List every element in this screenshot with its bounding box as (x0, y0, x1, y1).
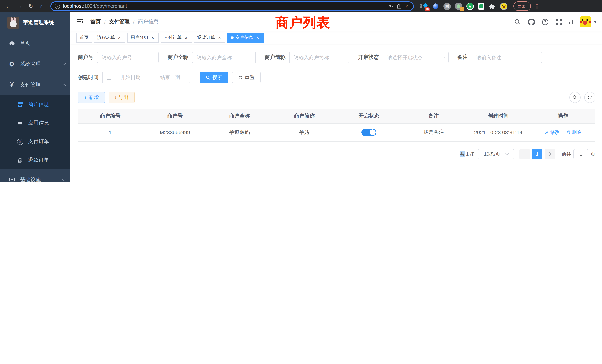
tab-user-group[interactable]: 用户分组 (127, 33, 159, 43)
sidebar-item-system[interactable]: ⚙ 系统管理 (0, 54, 70, 75)
font-size-icon[interactable] (568, 19, 574, 25)
extension-chat-icon[interactable] (478, 3, 484, 10)
page-size-select[interactable]: 10条/页 (478, 149, 514, 159)
next-page-button[interactable] (545, 149, 555, 159)
prev-page-button[interactable] (519, 149, 530, 159)
create-time-range-picker[interactable]: 开始日期 - 结束日期 (102, 72, 190, 83)
search-button[interactable]: 搜索 (200, 72, 228, 83)
status-select[interactable] (383, 52, 449, 63)
breadcrumb-separator: / (104, 19, 106, 25)
page-content: 商户号 商户全称 商户简称 开启状态 (70, 44, 602, 182)
url-text[interactable]: localhost:1024/pay/merchant (63, 3, 385, 9)
search-icon[interactable] (513, 18, 522, 26)
filter-row-2: 创建时间 开始日期 - 结束日期 搜索 重置 (78, 72, 595, 83)
extension-badge: 10 (425, 7, 430, 11)
url-path: :1024/pay/merchant (83, 3, 127, 9)
breadcrumb-payment[interactable]: 支付管理 (109, 19, 130, 25)
fullscreen-icon[interactable] (555, 18, 563, 26)
plus-icon (84, 94, 87, 101)
help-icon[interactable] (541, 18, 549, 26)
delete-link-label: 删除 (572, 129, 581, 136)
column-header: 商户简称 (272, 109, 337, 123)
pager: 1 (519, 149, 555, 159)
delete-link[interactable]: 删除 (566, 129, 581, 136)
close-icon[interactable] (183, 35, 189, 40)
github-icon[interactable] (527, 18, 535, 26)
page-number-1[interactable]: 1 (532, 149, 542, 159)
extension-balloon-icon[interactable] (432, 2, 439, 10)
reset-button[interactable]: 重置 (232, 72, 261, 83)
refresh-table-button[interactable] (584, 92, 595, 103)
end-date-placeholder[interactable]: 结束日期 (154, 74, 186, 81)
sidebar-item-home[interactable]: 首页 (0, 33, 70, 54)
bookmark-star-icon[interactable]: ☆ (405, 3, 409, 9)
document-icon (16, 157, 24, 163)
status-select-input[interactable] (383, 52, 449, 63)
export-button[interactable]: 导出 (109, 92, 135, 103)
browser-reload-button[interactable]: ↻ (26, 1, 36, 11)
browser-forward-button[interactable]: → (15, 1, 24, 11)
close-icon[interactable] (217, 35, 222, 40)
logo-avatar (7, 17, 19, 29)
sidebar-item-infrastructure[interactable]: 基础设施 (0, 169, 70, 182)
sidebar-item-label: 基础设施 (20, 176, 62, 182)
close-icon[interactable] (255, 35, 260, 40)
total-prefix: 共 (460, 151, 465, 157)
monitor-chart-icon (7, 177, 16, 182)
sidebar-item-label: 商户信息 (28, 101, 65, 108)
breadcrumb-home[interactable]: 首页 (90, 19, 101, 25)
sidebar-item-refund-order[interactable]: 退款订单 (0, 151, 70, 169)
user-avatar[interactable] (580, 16, 591, 27)
extension-strip: 10 ⌘ 1 V (420, 2, 507, 10)
app-logo[interactable]: 芋道管理系统 (0, 12, 70, 33)
sidebar-item-payment[interactable]: ¥ 支付管理 (0, 75, 70, 95)
share-icon[interactable] (397, 3, 402, 9)
url-bar[interactable]: i localhost:1024/pay/merchant ☆ (50, 1, 414, 11)
merchant-fullname-input[interactable] (192, 52, 256, 63)
extension-recorder-icon[interactable]: 1 (455, 2, 462, 10)
cell-remark: 我是备注 (401, 123, 466, 141)
extension-diamond-icon[interactable]: 10 (420, 2, 428, 10)
tab-pay-order[interactable]: 支付订单 (161, 33, 192, 43)
sidebar-item-label: 支付管理 (20, 82, 62, 88)
sidebar-item-merchant-info[interactable]: 商户信息 (0, 95, 70, 114)
extensions-puzzle-icon[interactable] (489, 2, 496, 10)
sidebar-item-pay-order[interactable]: ¥ 支付订单 (0, 132, 70, 151)
add-button[interactable]: 新增 (78, 92, 105, 103)
pagination: 共 1 条 10条/页 1 前往 页 (78, 149, 595, 159)
browser-update-button[interactable]: 更新 (513, 1, 531, 11)
extension-command-icon[interactable]: ⌘ (443, 2, 451, 10)
tab-process-form[interactable]: 流程表单 (94, 33, 125, 43)
status-toggle[interactable] (362, 129, 376, 136)
close-icon[interactable] (150, 35, 155, 40)
avatar-caret-icon[interactable]: ▾ (594, 20, 596, 24)
filter-label: 商户号 (78, 54, 93, 61)
total-suffix: 条 (470, 151, 475, 157)
tab-merchant-info[interactable]: 商户信息 (227, 33, 264, 43)
app-title: 芋道管理系统 (23, 19, 54, 26)
toggle-search-button[interactable] (569, 92, 580, 103)
url-host: localhost (63, 3, 83, 9)
sidebar-collapse-icon[interactable] (76, 18, 85, 26)
site-info-icon[interactable]: i (55, 3, 60, 9)
remark-input[interactable] (472, 52, 542, 63)
password-key-icon[interactable] (388, 3, 394, 9)
merchant-no-input[interactable] (97, 52, 159, 63)
pencil-icon (545, 130, 549, 135)
jump-page-input[interactable] (573, 149, 588, 159)
sidebar-item-app-info[interactable]: 应用信息 (0, 114, 70, 132)
close-icon[interactable] (117, 35, 122, 40)
extension-vue-icon[interactable]: V (466, 2, 474, 10)
tab-refund-order[interactable]: 退款订单 (194, 33, 225, 43)
browser-menu-icon[interactable] (535, 3, 539, 10)
start-date-placeholder[interactable]: 开始日期 (115, 74, 147, 81)
store-icon (16, 101, 24, 108)
browser-back-button[interactable]: ← (4, 1, 13, 11)
extension-emoji-icon[interactable] (500, 2, 507, 10)
tab-home[interactable]: 首页 (76, 33, 92, 43)
cell-create-time: 2021-10-23 08:31:14 (466, 123, 531, 141)
edit-link[interactable]: 修改 (545, 129, 560, 136)
merchant-shortname-input[interactable] (289, 52, 349, 63)
payment-submenu: 商户信息 应用信息 ¥ 支付订单 退款订单 (0, 95, 70, 169)
browser-home-button[interactable]: ⌂ (37, 1, 47, 11)
